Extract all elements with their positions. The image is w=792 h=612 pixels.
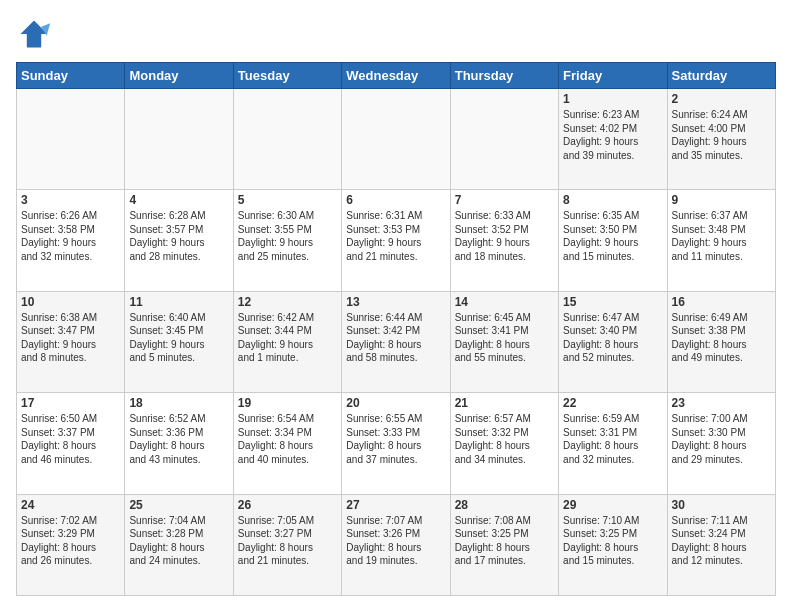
calendar-cell: 23Sunrise: 7:00 AM Sunset: 3:30 PM Dayli… xyxy=(667,393,775,494)
day-info: Sunrise: 6:30 AM Sunset: 3:55 PM Dayligh… xyxy=(238,209,337,263)
day-number: 16 xyxy=(672,295,771,309)
day-info: Sunrise: 6:54 AM Sunset: 3:34 PM Dayligh… xyxy=(238,412,337,466)
calendar-cell: 30Sunrise: 7:11 AM Sunset: 3:24 PM Dayli… xyxy=(667,494,775,595)
day-info: Sunrise: 6:49 AM Sunset: 3:38 PM Dayligh… xyxy=(672,311,771,365)
day-info: Sunrise: 7:02 AM Sunset: 3:29 PM Dayligh… xyxy=(21,514,120,568)
page: SundayMondayTuesdayWednesdayThursdayFrid… xyxy=(0,0,792,612)
day-info: Sunrise: 6:37 AM Sunset: 3:48 PM Dayligh… xyxy=(672,209,771,263)
day-number: 9 xyxy=(672,193,771,207)
day-number: 21 xyxy=(455,396,554,410)
day-number: 14 xyxy=(455,295,554,309)
day-info: Sunrise: 6:38 AM Sunset: 3:47 PM Dayligh… xyxy=(21,311,120,365)
calendar-cell: 12Sunrise: 6:42 AM Sunset: 3:44 PM Dayli… xyxy=(233,291,341,392)
calendar-cell: 26Sunrise: 7:05 AM Sunset: 3:27 PM Dayli… xyxy=(233,494,341,595)
day-info: Sunrise: 6:50 AM Sunset: 3:37 PM Dayligh… xyxy=(21,412,120,466)
day-info: Sunrise: 6:42 AM Sunset: 3:44 PM Dayligh… xyxy=(238,311,337,365)
calendar-cell: 27Sunrise: 7:07 AM Sunset: 3:26 PM Dayli… xyxy=(342,494,450,595)
calendar-cell: 4Sunrise: 6:28 AM Sunset: 3:57 PM Daylig… xyxy=(125,190,233,291)
day-info: Sunrise: 6:59 AM Sunset: 3:31 PM Dayligh… xyxy=(563,412,662,466)
calendar-cell: 25Sunrise: 7:04 AM Sunset: 3:28 PM Dayli… xyxy=(125,494,233,595)
day-number: 1 xyxy=(563,92,662,106)
calendar-cell: 10Sunrise: 6:38 AM Sunset: 3:47 PM Dayli… xyxy=(17,291,125,392)
calendar-cell xyxy=(125,89,233,190)
calendar-cell: 28Sunrise: 7:08 AM Sunset: 3:25 PM Dayli… xyxy=(450,494,558,595)
day-info: Sunrise: 6:31 AM Sunset: 3:53 PM Dayligh… xyxy=(346,209,445,263)
logo xyxy=(16,16,58,52)
col-header-wednesday: Wednesday xyxy=(342,63,450,89)
calendar-cell xyxy=(342,89,450,190)
day-number: 12 xyxy=(238,295,337,309)
calendar-cell xyxy=(17,89,125,190)
calendar-week-5: 24Sunrise: 7:02 AM Sunset: 3:29 PM Dayli… xyxy=(17,494,776,595)
day-number: 29 xyxy=(563,498,662,512)
col-header-sunday: Sunday xyxy=(17,63,125,89)
day-number: 19 xyxy=(238,396,337,410)
col-header-friday: Friday xyxy=(559,63,667,89)
calendar-cell: 3Sunrise: 6:26 AM Sunset: 3:58 PM Daylig… xyxy=(17,190,125,291)
day-number: 6 xyxy=(346,193,445,207)
day-info: Sunrise: 7:00 AM Sunset: 3:30 PM Dayligh… xyxy=(672,412,771,466)
calendar-cell: 18Sunrise: 6:52 AM Sunset: 3:36 PM Dayli… xyxy=(125,393,233,494)
calendar-table: SundayMondayTuesdayWednesdayThursdayFrid… xyxy=(16,62,776,596)
calendar-header-row: SundayMondayTuesdayWednesdayThursdayFrid… xyxy=(17,63,776,89)
calendar-cell: 15Sunrise: 6:47 AM Sunset: 3:40 PM Dayli… xyxy=(559,291,667,392)
calendar-cell: 7Sunrise: 6:33 AM Sunset: 3:52 PM Daylig… xyxy=(450,190,558,291)
day-info: Sunrise: 6:57 AM Sunset: 3:32 PM Dayligh… xyxy=(455,412,554,466)
day-info: Sunrise: 7:11 AM Sunset: 3:24 PM Dayligh… xyxy=(672,514,771,568)
day-info: Sunrise: 7:07 AM Sunset: 3:26 PM Dayligh… xyxy=(346,514,445,568)
day-number: 17 xyxy=(21,396,120,410)
day-number: 24 xyxy=(21,498,120,512)
day-number: 28 xyxy=(455,498,554,512)
day-info: Sunrise: 6:35 AM Sunset: 3:50 PM Dayligh… xyxy=(563,209,662,263)
col-header-thursday: Thursday xyxy=(450,63,558,89)
day-info: Sunrise: 6:52 AM Sunset: 3:36 PM Dayligh… xyxy=(129,412,228,466)
day-number: 15 xyxy=(563,295,662,309)
day-info: Sunrise: 6:44 AM Sunset: 3:42 PM Dayligh… xyxy=(346,311,445,365)
day-number: 3 xyxy=(21,193,120,207)
calendar-cell: 19Sunrise: 6:54 AM Sunset: 3:34 PM Dayli… xyxy=(233,393,341,494)
col-header-monday: Monday xyxy=(125,63,233,89)
calendar-week-4: 17Sunrise: 6:50 AM Sunset: 3:37 PM Dayli… xyxy=(17,393,776,494)
calendar-cell: 20Sunrise: 6:55 AM Sunset: 3:33 PM Dayli… xyxy=(342,393,450,494)
day-number: 26 xyxy=(238,498,337,512)
day-number: 4 xyxy=(129,193,228,207)
day-info: Sunrise: 7:05 AM Sunset: 3:27 PM Dayligh… xyxy=(238,514,337,568)
day-info: Sunrise: 6:24 AM Sunset: 4:00 PM Dayligh… xyxy=(672,108,771,162)
calendar-cell: 16Sunrise: 6:49 AM Sunset: 3:38 PM Dayli… xyxy=(667,291,775,392)
day-number: 20 xyxy=(346,396,445,410)
calendar-cell: 11Sunrise: 6:40 AM Sunset: 3:45 PM Dayli… xyxy=(125,291,233,392)
day-info: Sunrise: 6:40 AM Sunset: 3:45 PM Dayligh… xyxy=(129,311,228,365)
calendar-cell: 13Sunrise: 6:44 AM Sunset: 3:42 PM Dayli… xyxy=(342,291,450,392)
calendar-cell: 9Sunrise: 6:37 AM Sunset: 3:48 PM Daylig… xyxy=(667,190,775,291)
col-header-saturday: Saturday xyxy=(667,63,775,89)
col-header-tuesday: Tuesday xyxy=(233,63,341,89)
calendar-cell: 22Sunrise: 6:59 AM Sunset: 3:31 PM Dayli… xyxy=(559,393,667,494)
calendar-cell: 5Sunrise: 6:30 AM Sunset: 3:55 PM Daylig… xyxy=(233,190,341,291)
day-number: 10 xyxy=(21,295,120,309)
day-info: Sunrise: 6:26 AM Sunset: 3:58 PM Dayligh… xyxy=(21,209,120,263)
day-info: Sunrise: 6:23 AM Sunset: 4:02 PM Dayligh… xyxy=(563,108,662,162)
day-info: Sunrise: 6:28 AM Sunset: 3:57 PM Dayligh… xyxy=(129,209,228,263)
calendar-cell: 29Sunrise: 7:10 AM Sunset: 3:25 PM Dayli… xyxy=(559,494,667,595)
day-number: 5 xyxy=(238,193,337,207)
day-number: 30 xyxy=(672,498,771,512)
calendar-cell: 17Sunrise: 6:50 AM Sunset: 3:37 PM Dayli… xyxy=(17,393,125,494)
calendar-week-3: 10Sunrise: 6:38 AM Sunset: 3:47 PM Dayli… xyxy=(17,291,776,392)
calendar-cell: 2Sunrise: 6:24 AM Sunset: 4:00 PM Daylig… xyxy=(667,89,775,190)
calendar-week-1: 1Sunrise: 6:23 AM Sunset: 4:02 PM Daylig… xyxy=(17,89,776,190)
day-number: 18 xyxy=(129,396,228,410)
calendar-cell: 14Sunrise: 6:45 AM Sunset: 3:41 PM Dayli… xyxy=(450,291,558,392)
day-number: 22 xyxy=(563,396,662,410)
calendar-cell: 6Sunrise: 6:31 AM Sunset: 3:53 PM Daylig… xyxy=(342,190,450,291)
day-number: 8 xyxy=(563,193,662,207)
calendar-cell: 24Sunrise: 7:02 AM Sunset: 3:29 PM Dayli… xyxy=(17,494,125,595)
day-info: Sunrise: 6:33 AM Sunset: 3:52 PM Dayligh… xyxy=(455,209,554,263)
day-info: Sunrise: 6:55 AM Sunset: 3:33 PM Dayligh… xyxy=(346,412,445,466)
day-number: 25 xyxy=(129,498,228,512)
day-info: Sunrise: 6:45 AM Sunset: 3:41 PM Dayligh… xyxy=(455,311,554,365)
calendar-cell xyxy=(450,89,558,190)
day-info: Sunrise: 7:08 AM Sunset: 3:25 PM Dayligh… xyxy=(455,514,554,568)
calendar-cell: 21Sunrise: 6:57 AM Sunset: 3:32 PM Dayli… xyxy=(450,393,558,494)
logo-icon xyxy=(16,16,52,52)
day-number: 23 xyxy=(672,396,771,410)
